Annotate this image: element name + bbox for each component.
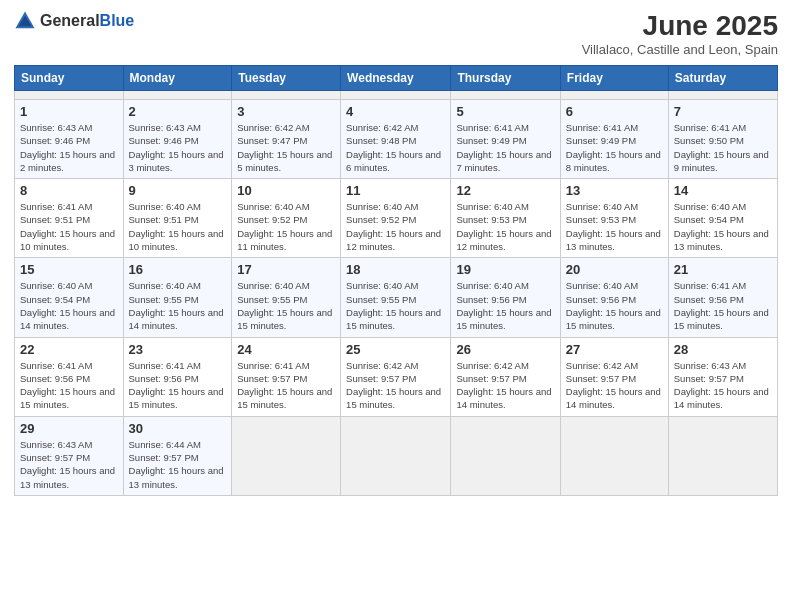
col-tuesday: Tuesday — [232, 66, 341, 91]
sunset-text: Sunset: 9:57 PM — [20, 451, 118, 464]
col-wednesday: Wednesday — [341, 66, 451, 91]
calendar-table: Sunday Monday Tuesday Wednesday Thursday… — [14, 65, 778, 496]
sunrise-text: Sunrise: 6:41 AM — [129, 359, 227, 372]
calendar-cell: 13Sunrise: 6:40 AMSunset: 9:53 PMDayligh… — [560, 179, 668, 258]
calendar-cell — [560, 416, 668, 495]
day-info: Sunrise: 6:42 AMSunset: 9:57 PMDaylight:… — [346, 359, 445, 412]
calendar-cell: 11Sunrise: 6:40 AMSunset: 9:52 PMDayligh… — [341, 179, 451, 258]
page: GeneralBlue June 2025 Villalaco, Castill… — [0, 0, 792, 612]
calendar-cell: 24Sunrise: 6:41 AMSunset: 9:57 PMDayligh… — [232, 337, 341, 416]
sunrise-text: Sunrise: 6:40 AM — [346, 279, 445, 292]
daylight-text: Daylight: 15 hours and 15 minutes. — [129, 385, 227, 412]
day-number: 9 — [129, 183, 227, 198]
calendar-week-1: 1Sunrise: 6:43 AMSunset: 9:46 PMDaylight… — [15, 100, 778, 179]
calendar-cell — [341, 91, 451, 100]
sunrise-text: Sunrise: 6:41 AM — [566, 121, 663, 134]
sunset-text: Sunset: 9:57 PM — [566, 372, 663, 385]
daylight-text: Daylight: 15 hours and 12 minutes. — [346, 227, 445, 254]
sunset-text: Sunset: 9:53 PM — [456, 213, 554, 226]
title-block: June 2025 Villalaco, Castille and Leon, … — [582, 10, 778, 57]
col-sunday: Sunday — [15, 66, 124, 91]
calendar-cell: 10Sunrise: 6:40 AMSunset: 9:52 PMDayligh… — [232, 179, 341, 258]
daylight-text: Daylight: 15 hours and 15 minutes. — [346, 306, 445, 333]
daylight-text: Daylight: 15 hours and 11 minutes. — [237, 227, 335, 254]
calendar-week-5: 29Sunrise: 6:43 AMSunset: 9:57 PMDayligh… — [15, 416, 778, 495]
day-info: Sunrise: 6:40 AMSunset: 9:55 PMDaylight:… — [129, 279, 227, 332]
day-number: 26 — [456, 342, 554, 357]
day-info: Sunrise: 6:40 AMSunset: 9:55 PMDaylight:… — [346, 279, 445, 332]
day-info: Sunrise: 6:40 AMSunset: 9:52 PMDaylight:… — [346, 200, 445, 253]
day-info: Sunrise: 6:41 AMSunset: 9:57 PMDaylight:… — [237, 359, 335, 412]
daylight-text: Daylight: 15 hours and 9 minutes. — [674, 148, 772, 175]
sunrise-text: Sunrise: 6:40 AM — [674, 200, 772, 213]
calendar-cell: 27Sunrise: 6:42 AMSunset: 9:57 PMDayligh… — [560, 337, 668, 416]
daylight-text: Daylight: 15 hours and 13 minutes. — [129, 464, 227, 491]
sunrise-text: Sunrise: 6:40 AM — [129, 279, 227, 292]
calendar-cell — [451, 91, 560, 100]
day-number: 1 — [20, 104, 118, 119]
logo-general: General — [40, 12, 100, 29]
day-info: Sunrise: 6:40 AMSunset: 9:56 PMDaylight:… — [456, 279, 554, 332]
day-number: 16 — [129, 262, 227, 277]
daylight-text: Daylight: 15 hours and 14 minutes. — [566, 385, 663, 412]
calendar-cell: 28Sunrise: 6:43 AMSunset: 9:57 PMDayligh… — [668, 337, 777, 416]
sunset-text: Sunset: 9:55 PM — [129, 293, 227, 306]
calendar-cell: 1Sunrise: 6:43 AMSunset: 9:46 PMDaylight… — [15, 100, 124, 179]
calendar-cell: 16Sunrise: 6:40 AMSunset: 9:55 PMDayligh… — [123, 258, 232, 337]
day-number: 29 — [20, 421, 118, 436]
sunset-text: Sunset: 9:46 PM — [20, 134, 118, 147]
day-info: Sunrise: 6:40 AMSunset: 9:54 PMDaylight:… — [20, 279, 118, 332]
sunrise-text: Sunrise: 6:43 AM — [20, 121, 118, 134]
sunrise-text: Sunrise: 6:43 AM — [129, 121, 227, 134]
daylight-text: Daylight: 15 hours and 15 minutes. — [674, 306, 772, 333]
daylight-text: Daylight: 15 hours and 2 minutes. — [20, 148, 118, 175]
sunset-text: Sunset: 9:51 PM — [129, 213, 227, 226]
calendar-location: Villalaco, Castille and Leon, Spain — [582, 42, 778, 57]
sunset-text: Sunset: 9:50 PM — [674, 134, 772, 147]
sunset-text: Sunset: 9:55 PM — [346, 293, 445, 306]
day-info: Sunrise: 6:40 AMSunset: 9:56 PMDaylight:… — [566, 279, 663, 332]
sunrise-text: Sunrise: 6:41 AM — [20, 359, 118, 372]
daylight-text: Daylight: 15 hours and 13 minutes. — [20, 464, 118, 491]
day-number: 2 — [129, 104, 227, 119]
col-friday: Friday — [560, 66, 668, 91]
daylight-text: Daylight: 15 hours and 14 minutes. — [456, 385, 554, 412]
logo-icon — [14, 10, 36, 32]
sunrise-text: Sunrise: 6:40 AM — [20, 279, 118, 292]
day-info: Sunrise: 6:40 AMSunset: 9:54 PMDaylight:… — [674, 200, 772, 253]
day-number: 11 — [346, 183, 445, 198]
day-info: Sunrise: 6:43 AMSunset: 9:46 PMDaylight:… — [20, 121, 118, 174]
daylight-text: Daylight: 15 hours and 3 minutes. — [129, 148, 227, 175]
calendar-cell: 2Sunrise: 6:43 AMSunset: 9:46 PMDaylight… — [123, 100, 232, 179]
day-info: Sunrise: 6:41 AMSunset: 9:56 PMDaylight:… — [674, 279, 772, 332]
day-info: Sunrise: 6:41 AMSunset: 9:56 PMDaylight:… — [20, 359, 118, 412]
sunrise-text: Sunrise: 6:40 AM — [566, 279, 663, 292]
daylight-text: Daylight: 15 hours and 6 minutes. — [346, 148, 445, 175]
sunset-text: Sunset: 9:56 PM — [456, 293, 554, 306]
calendar-cell — [15, 91, 124, 100]
header: GeneralBlue June 2025 Villalaco, Castill… — [14, 10, 778, 57]
sunset-text: Sunset: 9:56 PM — [566, 293, 663, 306]
day-number: 20 — [566, 262, 663, 277]
sunset-text: Sunset: 9:51 PM — [20, 213, 118, 226]
day-number: 23 — [129, 342, 227, 357]
sunrise-text: Sunrise: 6:41 AM — [456, 121, 554, 134]
day-number: 19 — [456, 262, 554, 277]
day-info: Sunrise: 6:40 AMSunset: 9:53 PMDaylight:… — [456, 200, 554, 253]
daylight-text: Daylight: 15 hours and 14 minutes. — [20, 306, 118, 333]
calendar-cell: 9Sunrise: 6:40 AMSunset: 9:51 PMDaylight… — [123, 179, 232, 258]
calendar-cell: 20Sunrise: 6:40 AMSunset: 9:56 PMDayligh… — [560, 258, 668, 337]
calendar-cell: 23Sunrise: 6:41 AMSunset: 9:56 PMDayligh… — [123, 337, 232, 416]
calendar-cell: 29Sunrise: 6:43 AMSunset: 9:57 PMDayligh… — [15, 416, 124, 495]
calendar-cell: 26Sunrise: 6:42 AMSunset: 9:57 PMDayligh… — [451, 337, 560, 416]
sunrise-text: Sunrise: 6:40 AM — [566, 200, 663, 213]
day-info: Sunrise: 6:40 AMSunset: 9:55 PMDaylight:… — [237, 279, 335, 332]
day-number: 15 — [20, 262, 118, 277]
calendar-cell — [232, 91, 341, 100]
sunset-text: Sunset: 9:46 PM — [129, 134, 227, 147]
day-info: Sunrise: 6:40 AMSunset: 9:51 PMDaylight:… — [129, 200, 227, 253]
sunset-text: Sunset: 9:53 PM — [566, 213, 663, 226]
calendar-cell: 14Sunrise: 6:40 AMSunset: 9:54 PMDayligh… — [668, 179, 777, 258]
calendar-week-0 — [15, 91, 778, 100]
calendar-cell — [560, 91, 668, 100]
